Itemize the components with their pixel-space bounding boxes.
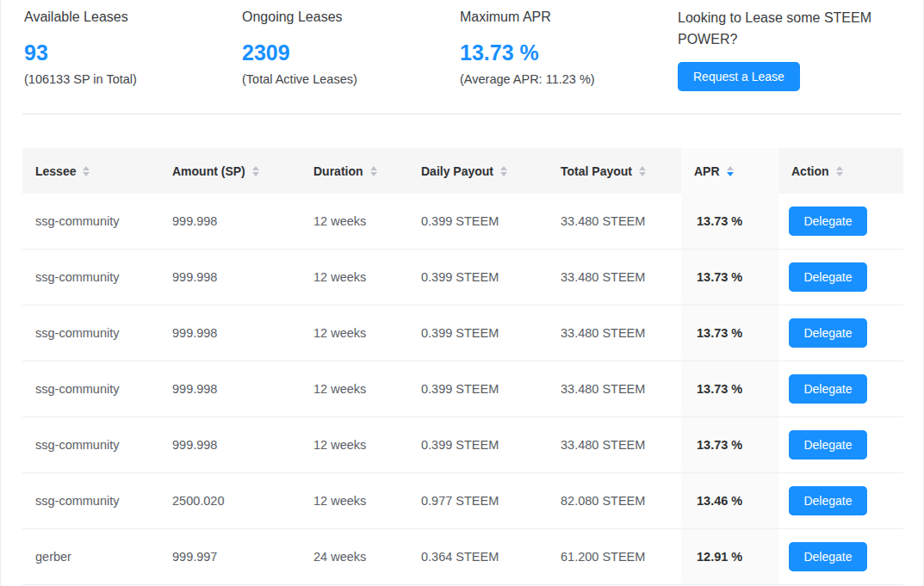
cell-action: Delegate [778, 473, 903, 528]
lease-market-page: Available Leases 93 (106133 SP in Total)… [0, 0, 924, 586]
sort-icon [500, 166, 507, 176]
cell-duration: 12 weeks [301, 473, 408, 528]
request-lease-button[interactable]: Request a Lease [678, 62, 800, 91]
stat-label: Available Leases [24, 7, 242, 28]
cell-amount: 999.998 [159, 194, 301, 249]
cell-total-payout: 33.480 STEEM [548, 305, 681, 361]
cell-apr: 13.73 % [681, 361, 778, 416]
sort-icon [836, 166, 843, 176]
leases-table: Lessee Amount (SP) Duration Daily Payout… [22, 148, 903, 585]
cell-total-payout: 33.480 STEEM [548, 194, 681, 249]
cell-daily-payout: 0.399 STEEM [408, 417, 548, 472]
cell-action: Delegate [778, 250, 903, 305]
cell-daily-payout: 0.399 STEEM [408, 305, 548, 361]
table-row: ssg-community 2500.020 12 weeks 0.977 ST… [22, 473, 903, 529]
cell-lessee: ssg-community [22, 305, 159, 361]
cell-daily-payout: 0.364 STEEM [408, 529, 548, 584]
cell-apr: 13.73 % [681, 250, 778, 305]
sort-icon [639, 166, 646, 176]
cell-apr: 13.73 % [681, 305, 778, 361]
table-header-row: Lessee Amount (SP) Duration Daily Payout… [22, 148, 903, 194]
cell-daily-payout: 0.977 STEEM [408, 473, 548, 528]
cell-apr: 13.73 % [681, 194, 778, 249]
cell-apr: 13.46 % [681, 473, 778, 528]
lease-cta: Looking to Lease some STEEM POWER? Reque… [678, 7, 902, 114]
cell-amount: 999.998 [159, 305, 301, 361]
delegate-button[interactable]: Delegate [789, 430, 867, 460]
delegate-button[interactable]: Delegate [789, 262, 867, 292]
table-row: ssg-community 999.998 12 weeks 0.399 STE… [22, 361, 903, 417]
cell-action: Delegate [778, 194, 903, 249]
cell-amount: 999.998 [159, 361, 301, 416]
delegate-button[interactable]: Delegate [789, 486, 867, 515]
column-label: APR [694, 164, 720, 178]
sort-icon [252, 166, 259, 176]
cell-lessee: ssg-community [22, 250, 159, 305]
column-label: Lessee [35, 164, 76, 178]
stat-value: 13.73 % [460, 40, 678, 65]
stat-label: Ongoing Leases [242, 7, 460, 28]
cell-duration: 24 weeks [301, 529, 408, 584]
cell-total-payout: 33.480 STEEM [548, 250, 681, 305]
cell-daily-payout: 0.399 STEEM [408, 250, 548, 305]
cell-duration: 12 weeks [301, 194, 408, 249]
stat-ongoing-leases: Ongoing Leases 2309 (Total Active Leases… [242, 7, 460, 114]
column-label: Total Payout [561, 164, 632, 178]
cell-apr: 13.73 % [681, 417, 778, 472]
cell-total-payout: 33.480 STEEM [548, 417, 681, 472]
stats-header: Available Leases 93 (106133 SP in Total)… [1, 0, 923, 114]
section-divider [22, 114, 902, 114]
sort-icon [370, 166, 377, 176]
cell-total-payout: 61.200 STEEM [548, 529, 681, 584]
cell-amount: 2500.020 [159, 473, 301, 528]
delegate-button[interactable]: Delegate [789, 542, 867, 571]
cell-daily-payout: 0.399 STEEM [408, 361, 548, 416]
cell-amount: 999.997 [159, 529, 301, 584]
cell-amount: 999.998 [159, 417, 301, 472]
cell-duration: 12 weeks [301, 361, 408, 416]
cell-total-payout: 33.480 STEEM [548, 361, 681, 416]
column-header-total-payout[interactable]: Total Payout [548, 148, 681, 194]
cell-duration: 12 weeks [301, 250, 408, 305]
column-label: Duration [313, 164, 363, 178]
stat-label: Maximum APR [460, 7, 678, 28]
cell-lessee: gerber [22, 529, 159, 584]
cell-amount: 999.998 [159, 250, 301, 305]
table-row: ssg-community 999.998 12 weeks 0.399 STE… [22, 417, 903, 473]
cell-action: Delegate [778, 305, 903, 361]
cell-duration: 12 weeks [301, 417, 408, 472]
column-label: Action [791, 164, 829, 178]
cell-action: Delegate [778, 529, 903, 584]
stat-subtext: (106133 SP in Total) [24, 71, 242, 88]
cell-apr: 12.91 % [681, 529, 778, 584]
stat-available-leases: Available Leases 93 (106133 SP in Total) [24, 7, 242, 114]
cell-action: Delegate [778, 361, 903, 416]
delegate-button[interactable]: Delegate [789, 207, 867, 236]
cell-daily-payout: 0.399 STEEM [408, 194, 548, 249]
cell-lessee: ssg-community [22, 417, 159, 472]
column-header-daily-payout[interactable]: Daily Payout [408, 148, 548, 194]
cell-lessee: ssg-community [22, 194, 159, 249]
column-header-apr[interactable]: APR [681, 148, 778, 194]
column-label: Amount (SP) [172, 164, 245, 178]
sort-desc-icon [727, 166, 734, 176]
sort-icon [83, 166, 90, 176]
cell-action: Delegate [778, 417, 903, 472]
cta-question: Looking to Lease some STEEM POWER? [678, 7, 884, 50]
column-header-action[interactable]: Action [778, 148, 903, 194]
cell-total-payout: 82.080 STEEM [548, 473, 681, 528]
delegate-button[interactable]: Delegate [789, 318, 867, 348]
table-row: ssg-community 999.998 12 weeks 0.399 STE… [22, 194, 903, 250]
delegate-button[interactable]: Delegate [789, 374, 867, 404]
stat-subtext: (Average APR: 11.23 %) [460, 71, 678, 88]
column-header-lessee[interactable]: Lessee [22, 148, 159, 194]
stat-subtext: (Total Active Leases) [242, 71, 460, 88]
column-header-amount[interactable]: Amount (SP) [159, 148, 301, 194]
cell-lessee: ssg-community [22, 473, 159, 528]
cell-lessee: ssg-community [22, 361, 159, 416]
cell-duration: 12 weeks [301, 305, 408, 361]
column-header-duration[interactable]: Duration [301, 148, 408, 194]
table-row: gerber 999.997 24 weeks 0.364 STEEM 61.2… [22, 529, 903, 585]
stat-value: 93 [24, 40, 242, 65]
column-label: Daily Payout [421, 164, 493, 178]
